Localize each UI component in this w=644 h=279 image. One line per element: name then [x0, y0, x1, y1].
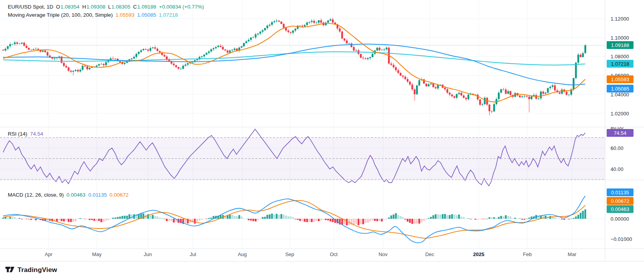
- axis-label: −0.01000: [611, 236, 632, 242]
- ma200-value: 1.07218: [159, 12, 178, 18]
- time-axis-label: Dec: [425, 251, 434, 257]
- close-label: C: [133, 4, 137, 10]
- macd-line-value: 0.01135: [88, 192, 107, 198]
- axis-badge: 0.01135: [607, 188, 634, 196]
- time-axis-label: Sep: [285, 251, 294, 257]
- low-value: 1.08305: [111, 4, 130, 10]
- plot-svg[interactable]: [0, 0, 644, 279]
- axis-badge: 1.07218: [607, 60, 634, 68]
- macd-hist-value: 0.00463: [66, 192, 86, 198]
- macd-legend: MACD (12, 26, close, 9) 0.00463 0.01135 …: [8, 192, 129, 198]
- high-label: H: [82, 4, 86, 10]
- time-axis-label: Jul: [190, 251, 196, 257]
- axis-badge: 1.05085: [607, 85, 634, 92]
- axis-label: 1.08000: [611, 54, 629, 59]
- axis-badge: 1.09188: [607, 41, 634, 49]
- time-axis-label: Feb: [523, 251, 532, 257]
- tradingview-logo-icon[interactable]: [5, 267, 14, 274]
- axis-label: 1.10000: [611, 35, 629, 40]
- open-value: 1.08354: [61, 4, 80, 10]
- rsi-value: 74.54: [30, 131, 43, 137]
- axis-badge: 0.00672: [607, 197, 634, 205]
- symbol-title: EUR/USD Spot, 1D: [8, 4, 53, 10]
- time-axis-label: Aug: [238, 251, 247, 257]
- time-axis-label: 2025: [473, 251, 485, 257]
- time-axis-label: Nov: [378, 251, 387, 257]
- axis-badge: 74.54: [607, 129, 634, 137]
- axis-label: 40.00: [611, 166, 623, 172]
- axis-label: 1.12000: [611, 16, 629, 22]
- change-value: +0.00834 (+0.77%): [159, 4, 204, 10]
- time-axis-label: Apr: [45, 251, 52, 257]
- axis-label: 0.00000: [611, 216, 629, 222]
- axis-badge: 0.00463: [607, 205, 634, 213]
- time-axis[interactable]: [0, 249, 605, 261]
- axis-badge: 1.05593: [607, 75, 634, 83]
- open-label: O: [56, 4, 60, 10]
- macd-legend-title: MACD (12, 26, close, 9): [8, 192, 64, 198]
- low-label: L: [108, 4, 111, 10]
- ma-legend-title: Moving Average Triple (20, 100, 200, Sim…: [8, 12, 113, 18]
- close-value: 1.09188: [137, 4, 156, 10]
- axis-label: 60.00: [611, 145, 623, 151]
- rsi-legend-title: RSI (14): [8, 131, 27, 137]
- ma100-value: 1.05085: [137, 12, 156, 18]
- axis-label: 1.02000: [611, 110, 629, 116]
- time-axis-label: Mar: [568, 251, 576, 257]
- time-axis-label: May: [92, 251, 102, 257]
- symbol-legend: EUR/USD Spot, 1D O1.08354 H1.09308 L1.08…: [8, 4, 204, 10]
- brand-name[interactable]: TradingView: [18, 266, 57, 274]
- footer: TradingView: [0, 261, 644, 279]
- macd-signal-value: 0.00672: [110, 192, 129, 198]
- ma-legend: Moving Average Triple (20, 100, 200, Sim…: [8, 12, 178, 18]
- chart-root: EUR/USD Spot, 1D O1.08354 H1.09308 L1.08…: [0, 0, 644, 279]
- ma20-value: 1.05593: [116, 12, 135, 18]
- rsi-legend: RSI (14) 74.54: [8, 131, 43, 137]
- high-value: 1.09308: [86, 4, 105, 10]
- time-axis-label: Jun: [144, 251, 152, 257]
- time-axis-label: Oct: [330, 251, 338, 257]
